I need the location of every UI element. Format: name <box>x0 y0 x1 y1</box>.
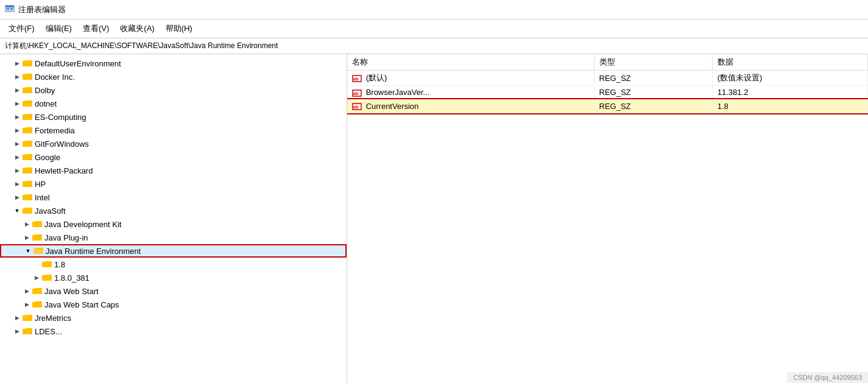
folder-icon-javaplugin <box>32 233 43 242</box>
expander-google[interactable]: ▶ <box>12 152 22 162</box>
folder-icon-jre18381 <box>41 273 52 282</box>
label-dotnet: dotnet <box>35 99 57 108</box>
label-javaruntimeenv: Java Runtime Environment <box>46 247 141 256</box>
tree-node-fortemedia[interactable]: ▶ Fortemedia <box>0 124 347 137</box>
col-header-type: 类型 <box>594 54 712 71</box>
title-bar: 注册表编辑器 <box>0 0 868 19</box>
tree-node-defaultuserenv[interactable]: ▶ DefaultUserEnvironment <box>0 57 347 70</box>
tree-node-javawebstartcaps[interactable]: ▶ Java Web Start Caps <box>0 298 347 311</box>
reg-type-currentversion: REG_SZ <box>594 99 712 113</box>
expander-javaruntimeenv[interactable]: ▼ <box>23 246 33 256</box>
label-jre18: 1.8 <box>54 260 65 269</box>
tree-node-javaplugin[interactable]: ▶ Java Plug-in <box>0 231 347 244</box>
folder-icon-gitforwindows <box>22 139 33 148</box>
table-row[interactable]: ab (默认) REG_SZ (数值未设置) <box>347 71 868 86</box>
label-hp: HP <box>35 180 46 189</box>
expander-javaplugin[interactable]: ▶ <box>22 233 32 242</box>
tree-node-dockerinc[interactable]: ▶ Docker Inc. <box>0 70 347 83</box>
tree-node-jre18[interactable]: 1.8 <box>0 258 347 271</box>
label-javawebstartcaps: Java Web Start Caps <box>44 300 119 309</box>
tree-node-hp[interactable]: ▶ HP <box>0 177 347 191</box>
label-gitforwindows: GitForWindows <box>35 139 89 149</box>
details-table: 名称 类型 数据 ab (默认) <box>347 54 868 113</box>
table-row-currentversion[interactable]: ab CurrentVersion REG_SZ 1.8 <box>347 99 868 113</box>
expander-javasoft[interactable]: ▼ <box>12 206 22 216</box>
menu-bar: 文件(F) 编辑(E) 查看(V) 收藏夹(A) 帮助(H) <box>0 19 868 38</box>
tree-node-intel[interactable]: ▶ Intel <box>0 191 347 204</box>
label-javasoft: JavaSoft <box>35 206 66 216</box>
reg-type-default: REG_SZ <box>594 71 712 86</box>
tree-node-dolby[interactable]: ▶ Dolby <box>0 83 347 97</box>
menu-view[interactable]: 查看(V) <box>78 21 114 36</box>
tree-node-hewlettpackard[interactable]: ▶ Hewlett-Packard <box>0 164 347 177</box>
tree-node-dotnet[interactable]: ▶ dotnet <box>0 97 347 110</box>
expander-javawebstart[interactable]: ▶ <box>22 286 32 296</box>
app-title: 注册表编辑器 <box>18 4 66 15</box>
svg-text:ab: ab <box>353 77 358 81</box>
expander-ldes[interactable]: ▶ <box>12 326 22 336</box>
tree-node-ldes[interactable]: ▶ LDES... <box>0 325 347 338</box>
menu-file[interactable]: 文件(F) <box>4 21 40 36</box>
expander-dolby[interactable]: ▶ <box>12 85 22 95</box>
label-jre18381: 1.8.0_381 <box>54 273 90 283</box>
folder-icon-dotnet <box>22 99 33 108</box>
reg-data-currentversion: 1.8 <box>712 99 867 113</box>
tree-panel: ▶ DefaultUserEnvironment ▶ Docker Inc. ▶ <box>0 54 347 383</box>
expander-javadevkit[interactable]: ▶ <box>22 219 32 229</box>
tree-node-gitforwindows[interactable]: ▶ GitForWindows <box>0 137 347 150</box>
folder-icon-escomputing <box>22 113 33 121</box>
label-fortemedia: Fortemedia <box>35 126 75 135</box>
expander-intel[interactable]: ▶ <box>12 192 22 202</box>
expander-hp[interactable]: ▶ <box>12 179 22 189</box>
folder-icon-google <box>22 153 33 161</box>
label-intel: Intel <box>35 193 50 202</box>
label-defaultuserenv: DefaultUserEnvironment <box>35 59 121 68</box>
tree-node-jre18381[interactable]: ▶ 1.8.0_381 <box>0 271 347 284</box>
expander-dotnet[interactable]: ▶ <box>12 99 22 108</box>
label-dolby: Dolby <box>35 86 55 95</box>
tree-node-javaruntimeenv[interactable]: ▼ Java Runtime Environment <box>0 244 347 258</box>
svg-rect-3 <box>10 8 13 10</box>
table-row[interactable]: ab BrowserJavaVer... REG_SZ 11.381.2 <box>347 86 868 100</box>
folder-icon-hewlettpackard <box>22 166 33 175</box>
expander-dockerinc[interactable]: ▶ <box>12 72 22 82</box>
folder-icon-fortemedia <box>22 126 33 135</box>
tree-node-javadevkit[interactable]: ▶ Java Development Kit <box>0 217 347 231</box>
tree-node-jremetrics[interactable]: ▶ JreMetrics <box>0 311 347 325</box>
expander-defaultuserenv[interactable]: ▶ <box>12 58 22 68</box>
menu-help[interactable]: 帮助(H) <box>161 21 197 36</box>
tree-node-javawebstart[interactable]: ▶ Java Web Start <box>0 284 347 298</box>
label-google: Google <box>35 153 60 162</box>
expander-fortemedia[interactable]: ▶ <box>12 125 22 135</box>
reg-name-default: ab (默认) <box>347 71 594 86</box>
tree-content[interactable]: ▶ DefaultUserEnvironment ▶ Docker Inc. ▶ <box>0 54 347 383</box>
menu-edit[interactable]: 编辑(E) <box>41 21 77 36</box>
expander-jremetrics[interactable]: ▶ <box>12 313 22 323</box>
tree-node-escomputing[interactable]: ▶ ES-Computing <box>0 110 347 124</box>
tree-node-javasoft[interactable]: ▼ JavaSoft <box>0 204 347 217</box>
folder-icon-javasoft <box>22 206 33 215</box>
folder-icon-jre18 <box>41 260 52 269</box>
expander-javawebstartcaps[interactable]: ▶ <box>22 300 32 309</box>
label-dockerinc: Docker Inc. <box>35 72 75 82</box>
label-javadevkit: Java Development Kit <box>44 220 121 229</box>
breadcrumb: 计算机\HKEY_LOCAL_MACHINE\SOFTWARE\JavaSoft… <box>0 38 868 54</box>
folder-icon-intel <box>22 193 33 202</box>
expander-hewlettpackard[interactable]: ▶ <box>12 166 22 175</box>
menu-favorites[interactable]: 收藏夹(A) <box>115 21 159 36</box>
svg-text:ab: ab <box>353 91 358 96</box>
tree-node-google[interactable]: ▶ Google <box>0 150 347 164</box>
folder-icon-javawebstart <box>32 287 43 295</box>
label-javawebstart: Java Web Start <box>44 287 99 296</box>
app-icon <box>5 4 15 15</box>
details-panel: 名称 类型 数据 ab (默认) <box>347 54 868 383</box>
ab-icon: ab <box>352 102 362 111</box>
reg-data-default: (数值未设置) <box>712 71 867 86</box>
folder-icon-dockerinc <box>22 72 33 81</box>
folder-icon-dolby <box>22 86 33 94</box>
expander-escomputing[interactable]: ▶ <box>12 112 22 122</box>
expander-jre18381[interactable]: ▶ <box>32 273 41 283</box>
status-text: CSDN @qq_44209563 <box>793 374 862 381</box>
status-bar: CSDN @qq_44209563 <box>787 372 868 383</box>
expander-gitforwindows[interactable]: ▶ <box>12 139 22 149</box>
